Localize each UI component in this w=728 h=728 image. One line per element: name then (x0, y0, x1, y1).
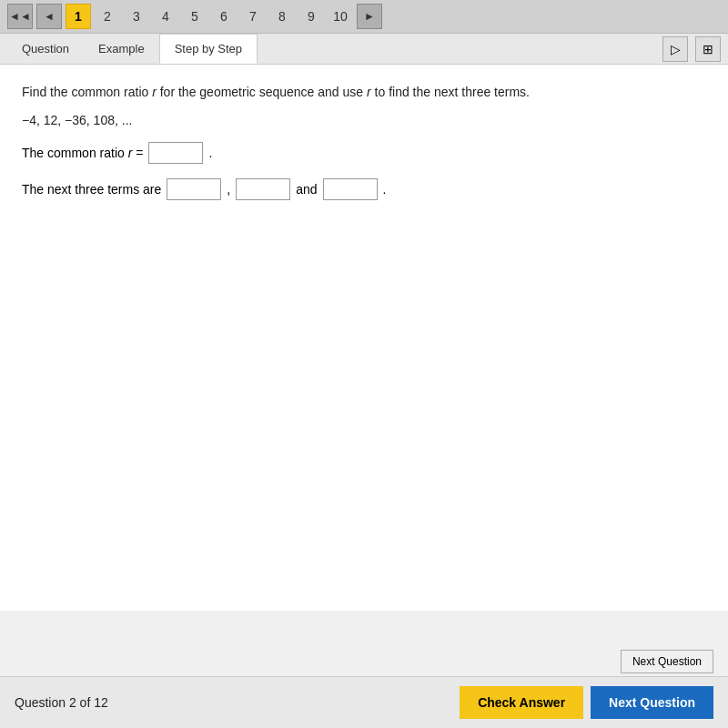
main-content: Find the common ratio r for the geometri… (0, 65, 728, 611)
tab-step-by-step[interactable]: Step by Step (159, 34, 258, 64)
bottom-button-group: Check Answer Next Question (460, 686, 713, 719)
terms-period: . (383, 182, 387, 197)
prev-page-button[interactable]: ◄ (36, 4, 62, 29)
next-question-bottom-button[interactable]: Next Question (591, 686, 713, 719)
term-3-input[interactable] (323, 178, 378, 200)
terms-answer-row: The next three terms are , and . (22, 178, 706, 200)
bottom-bar: Question 2 of 12 Check Answer Next Quest… (0, 676, 728, 728)
ratio-answer-row: The common ratio r = . (22, 142, 706, 164)
top-navigation: ◄◄ ◄ 1 2 3 4 5 6 7 8 9 10 ► (0, 0, 728, 34)
page-2-button[interactable]: 2 (95, 4, 120, 29)
page-8-button[interactable]: 8 (269, 4, 295, 29)
play-icon: ▷ (671, 42, 681, 56)
tab-icon-group: ▷ ⊞ (662, 36, 721, 62)
term-1-input[interactable] (167, 178, 221, 200)
tab-bar: Question Example Step by Step ▷ ⊞ (0, 34, 728, 65)
page-7-button[interactable]: 7 (240, 4, 266, 29)
play-icon-button[interactable]: ▷ (662, 36, 688, 62)
first-page-button[interactable]: ◄◄ (7, 4, 33, 29)
page-10-button[interactable]: 10 (328, 4, 353, 29)
grid-icon: ⊞ (703, 42, 713, 56)
page-3-button[interactable]: 3 (124, 4, 149, 29)
sequence-display: −4, 12, −36, 108, ... (22, 113, 706, 127)
page-4-button[interactable]: 4 (153, 4, 178, 29)
check-answer-button[interactable]: Check Answer (460, 686, 583, 719)
page-6-button[interactable]: 6 (211, 4, 237, 29)
page-5-button[interactable]: 5 (182, 4, 207, 29)
grid-icon-button[interactable]: ⊞ (695, 36, 721, 62)
ratio-label: The common ratio r = (22, 146, 143, 160)
question-instruction: Find the common ratio r for the geometri… (22, 83, 706, 102)
terms-label: The next three terms are (22, 182, 161, 197)
tab-question[interactable]: Question (7, 35, 84, 63)
page-1-button[interactable]: 1 (66, 4, 91, 29)
ratio-input[interactable] (148, 142, 203, 164)
terms-comma-1: , (227, 182, 230, 197)
question-counter: Question 2 of 12 (15, 695, 108, 710)
ratio-period: . (208, 146, 212, 160)
next-question-top-area: Next Question (621, 650, 713, 673)
next-question-top-button[interactable]: Next Question (621, 650, 713, 673)
terms-and-label: and (296, 182, 317, 197)
tab-example[interactable]: Example (84, 35, 159, 63)
page-9-button[interactable]: 9 (298, 4, 324, 29)
next-page-button[interactable]: ► (357, 4, 382, 29)
term-2-input[interactable] (236, 178, 290, 200)
